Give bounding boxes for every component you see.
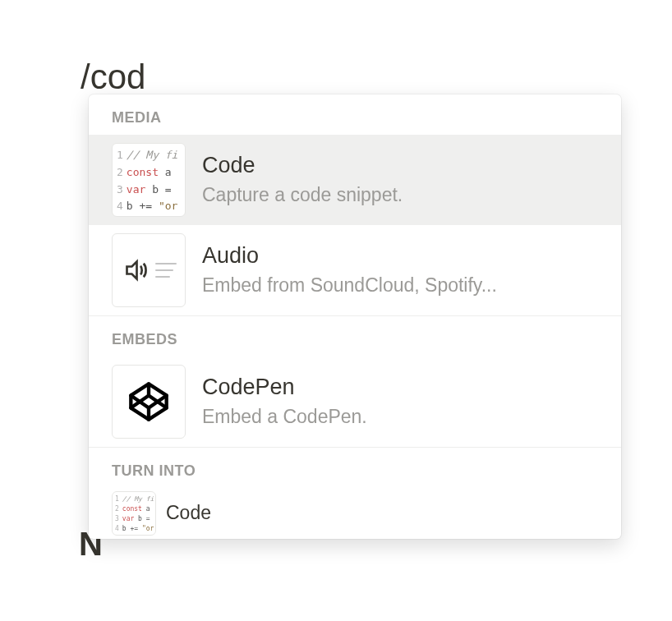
- section-header-turn-into: TURN INTO: [89, 448, 621, 488]
- slash-command-input[interactable]: /cod: [81, 58, 145, 97]
- menu-item-description: Embed from SoundCloud, Spotify...: [202, 272, 497, 298]
- menu-item-title: Audio: [202, 242, 497, 270]
- menu-item-description: Embed a CodePen.: [202, 403, 367, 430]
- menu-item-codepen[interactable]: CodePen Embed a CodePen.: [89, 356, 621, 447]
- menu-item-title: Code: [166, 501, 211, 526]
- section-header-media: MEDIA: [89, 94, 621, 135]
- code-block-icon: 1// My fi 2const a 3var b = 4b += "or: [112, 491, 156, 536]
- menu-item-turn-into-code[interactable]: 1// My fi 2const a 3var b = 4b += "or Co…: [89, 488, 621, 539]
- section-header-embeds: EMBEDS: [89, 316, 621, 356]
- menu-item-audio[interactable]: Audio Embed from SoundCloud, Spotify...: [89, 225, 621, 315]
- code-block-icon: 1// My fi 2const a 3var b = 4b += "or: [112, 143, 186, 217]
- menu-item-code[interactable]: 1// My fi 2const a 3var b = 4b += "or Co…: [89, 135, 621, 225]
- menu-item-title: Code: [202, 151, 403, 180]
- codepen-icon: [112, 365, 186, 439]
- audio-icon: [112, 233, 186, 307]
- menu-item-description: Capture a code snippet.: [202, 182, 403, 208]
- menu-item-title: CodePen: [202, 373, 367, 402]
- slash-command-menu: MEDIA 1// My fi 2const a 3var b = 4b += …: [89, 94, 621, 539]
